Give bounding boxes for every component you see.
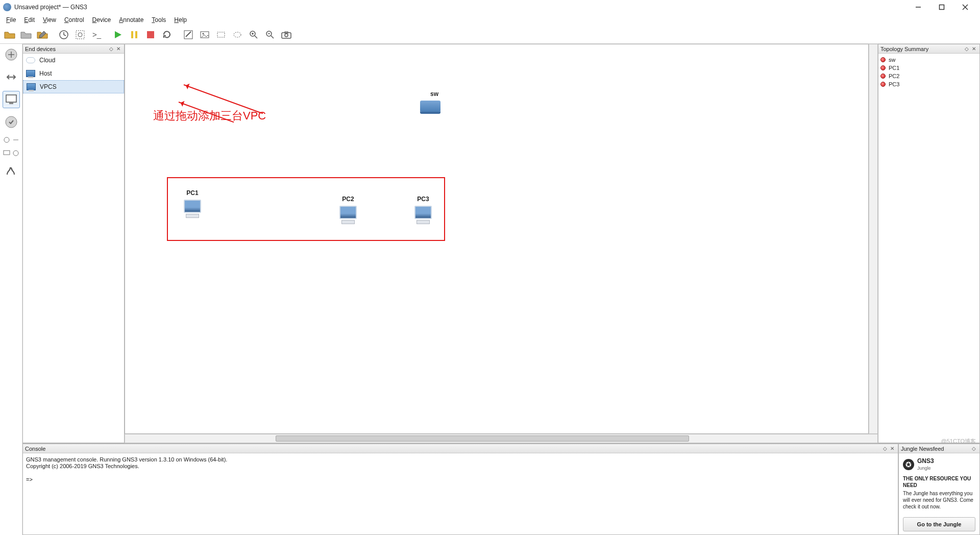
menu-control[interactable]: Control [60,15,88,25]
annotation-red-box [167,177,445,241]
svg-point-6 [78,33,82,37]
annotation-text-2: 通过拖动添加三台VPC [153,108,266,124]
svg-rect-10 [147,31,154,38]
menu-view[interactable]: View [39,15,60,25]
panel-close-icon[interactable]: ✕ [970,46,977,52]
topology-item-pc3[interactable]: PC3 [880,80,977,88]
console-title: Console [25,446,881,452]
dock-switches[interactable] [3,68,20,86]
svg-rect-26 [4,151,10,155]
dock-security-devices[interactable] [3,113,20,131]
status-led-icon [880,65,886,70]
open-project-icon[interactable] [2,27,17,42]
title-bar: Unsaved project* — GNS3 [0,0,980,14]
menu-edit[interactable]: Edit [20,15,39,25]
canvas-scrollbar-vertical[interactable] [869,44,878,434]
console-icon[interactable]: >_ [89,27,104,42]
host-icon [26,70,35,77]
topology-item-pc2[interactable]: PC2 [880,72,977,80]
device-label: Host [39,70,52,77]
svg-rect-8 [131,31,133,38]
device-label: Cloud [39,57,55,64]
save-project-icon[interactable] [35,27,50,42]
svg-rect-9 [135,31,137,38]
open-folder-icon[interactable] [18,27,34,42]
node-label-pc3: PC3 [412,196,434,203]
go-to-jungle-button[interactable]: Go to the Jungle [903,517,975,531]
device-vpcs[interactable]: VPCS [23,80,124,93]
ellipse-icon[interactable] [230,27,245,42]
panel-close-icon[interactable]: ✕ [889,446,896,451]
screenshot-icon[interactable] [279,27,294,42]
svg-point-27 [13,151,18,156]
topology-summary-title: Topology Summary [880,46,963,52]
panel-undock-icon[interactable]: ◇ [970,446,977,451]
note-icon[interactable] [181,27,196,42]
clock-icon[interactable] [56,27,71,42]
menu-file[interactable]: File [2,15,20,25]
menu-device[interactable]: Device [88,15,115,25]
node-pc2[interactable]: PC2 [337,199,359,224]
snapshot-manager-icon[interactable] [72,27,88,42]
svg-point-20 [285,34,288,37]
pause-all-icon[interactable] [127,27,142,42]
node-label-pc2: PC2 [337,196,359,203]
newsfeed-title: Jungle Newsfeed [901,446,970,452]
node-label-sw: sw [430,90,438,98]
device-dock [0,44,22,535]
menu-tools[interactable]: Tools [148,15,170,25]
close-button[interactable] [953,0,977,14]
dock-routers[interactable] [3,46,20,63]
minimize-button[interactable] [906,0,930,14]
panel-close-icon[interactable]: ✕ [115,46,122,52]
rectangle-icon[interactable] [213,27,229,42]
maximize-button[interactable] [930,0,953,14]
image-icon[interactable] [197,27,212,42]
menu-help[interactable]: Help [170,15,191,25]
svg-rect-5 [76,31,84,39]
stop-all-icon[interactable] [143,27,158,42]
node-label-pc1: PC1 [181,189,204,197]
gns3-logo-icon: ✪ [903,459,914,470]
zoom-out-icon[interactable] [262,27,278,42]
status-led-icon [880,82,886,87]
window-title: Unsaved project* — GNS3 [14,4,87,11]
jungle-newsfeed-panel: Jungle Newsfeed ◇ ✪ GNS3 Jungle THE ONLY… [898,444,980,535]
start-all-icon[interactable] [110,27,126,42]
dock-all-devices-2[interactable] [3,149,20,157]
node-switch[interactable] [420,101,440,112]
device-cloud[interactable]: Cloud [23,54,124,67]
topology-item-pc1[interactable]: PC1 [880,64,977,72]
panel-undock-icon[interactable]: ◇ [881,446,889,451]
svg-rect-1 [940,5,944,10]
reload-all-icon[interactable] [159,27,175,42]
main-toolbar: >_ [0,26,980,44]
status-led-icon [880,57,886,62]
menu-annotate[interactable]: Annotate [115,15,148,25]
panel-undock-icon[interactable]: ◇ [108,46,115,52]
node-pc1[interactable]: PC1 [181,192,204,218]
device-host[interactable]: Host [23,67,124,80]
zoom-in-icon[interactable] [246,27,261,42]
topology-item-sw[interactable]: sw [880,56,977,64]
svg-point-24 [6,116,17,128]
svg-point-13 [203,33,204,34]
console-panel: Console ◇ ✕ GNS3 management console. Run… [22,444,898,535]
console-output[interactable]: GNS3 management console. Running GNS3 ve… [23,453,898,534]
menu-bar: File Edit View Control Device Annotate T… [0,14,980,26]
svg-rect-22 [6,95,16,102]
watermark: @51CTO博客 [941,437,976,445]
dock-all-devices[interactable] [3,136,20,144]
status-led-icon [880,74,886,79]
canvas-scrollbar-horizontal[interactable] [125,434,878,443]
end-devices-panel: End devices ◇ ✕ Cloud Host VPCS [22,44,125,443]
svg-text:>_: >_ [92,30,102,39]
app-icon [3,3,11,11]
dock-end-devices[interactable] [3,91,20,108]
panel-undock-icon[interactable]: ◇ [963,46,970,52]
dock-add-link[interactable] [3,162,20,180]
node-pc3[interactable]: PC3 [412,199,434,224]
topology-canvas[interactable]: sw 打开PC机面板 通过拖动添加三台VPC PC1 [125,44,869,434]
svg-point-15 [234,32,241,37]
newsfeed-headline: THE ONLY RESOURCE YOU NEED [903,475,975,489]
